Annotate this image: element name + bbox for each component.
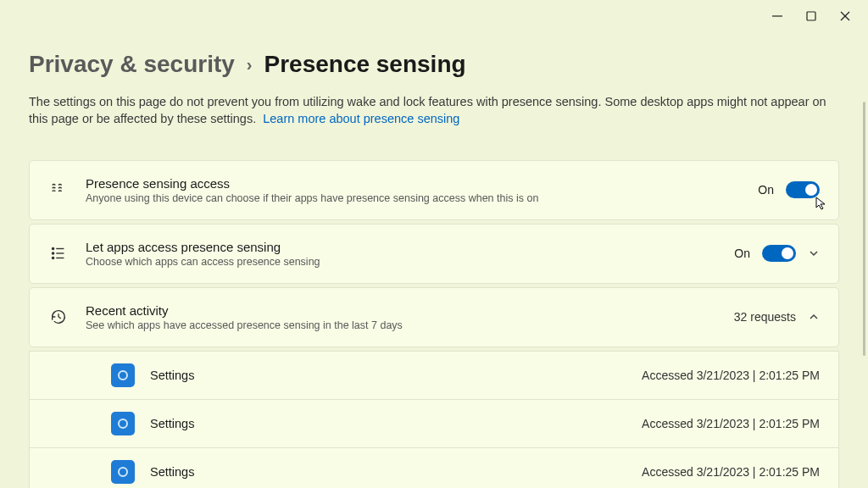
scrollbar[interactable] [863,102,865,356]
let-apps-access-card[interactable]: Let apps access presence sensing Choose … [29,224,839,284]
recent-activity-card[interactable]: Recent activity See which apps have acce… [29,287,839,347]
svg-point-4 [52,247,53,249]
activity-row[interactable]: SettingsAccessed 3/21/2023 | 2:01:25 PM [29,448,839,488]
chevron-down-icon[interactable] [808,247,820,259]
settings-app-icon [111,412,135,435]
breadcrumb-parent[interactable]: Privacy & security [29,51,235,78]
card-title: Presence sensing access [86,176,758,191]
apps-access-toggle[interactable] [762,245,796,262]
presence-access-toggle[interactable] [786,181,820,198]
settings-app-icon [111,460,135,484]
card-subtitle: Anyone using this device can choose if t… [86,192,758,204]
minimize-button[interactable] [771,10,783,22]
card-title: Let apps access presence sensing [86,240,734,254]
request-count: 32 requests [734,310,796,324]
history-icon [48,307,69,327]
activity-row[interactable]: SettingsAccessed 3/21/2023 | 2:01:25 PM [29,351,839,400]
access-time: Accessed 3/21/2023 | 2:01:25 PM [642,369,820,382]
app-name: Settings [150,417,642,430]
app-name: Settings [150,369,642,382]
toggle-state-label: On [758,183,774,197]
app-name: Settings [150,465,642,479]
svg-line-11 [58,317,61,319]
maximize-button[interactable] [805,10,817,22]
presence-sensing-access-card: Presence sensing access Anyone using thi… [29,160,839,220]
chevron-up-icon[interactable] [808,311,820,323]
card-title: Recent activity [86,303,734,318]
card-subtitle: See which apps have accessed presence se… [86,319,734,331]
chevron-right-icon: › [247,55,253,75]
svg-point-8 [52,257,53,258]
activity-row[interactable]: SettingsAccessed 3/21/2023 | 2:01:25 PM [29,400,839,448]
activity-list: SettingsAccessed 3/21/2023 | 2:01:25 PMS… [29,351,839,488]
presence-icon [48,180,69,200]
access-time: Accessed 3/21/2023 | 2:01:25 PM [642,465,820,479]
list-icon [48,243,69,263]
close-button[interactable] [839,10,851,22]
toggle-state-label: On [734,247,750,260]
access-time: Accessed 3/21/2023 | 2:01:25 PM [642,417,820,430]
card-subtitle: Choose which apps can access presence se… [86,256,734,268]
svg-point-6 [52,252,53,254]
page-description: The settings on this page do not prevent… [29,93,839,128]
breadcrumb: Privacy & security › Presence sensing [29,51,839,78]
learn-more-link[interactable]: Learn more about presence sensing [263,112,459,125]
settings-app-icon [111,363,135,387]
page-title: Presence sensing [264,51,465,78]
svg-rect-1 [807,12,815,20]
